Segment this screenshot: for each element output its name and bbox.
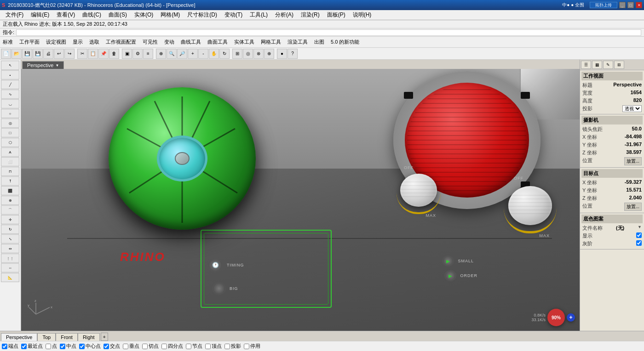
lt-extrude[interactable]: ⤒ (1, 176, 19, 186)
tb-label-rendertools[interactable]: 渲染工具 (286, 39, 310, 45)
lt-ellipse[interactable]: ◎ (1, 119, 19, 128)
menu-transform[interactable]: 变动(T) (221, 10, 246, 20)
tb-label-standard[interactable]: 标准 (1, 39, 15, 45)
sb-midpoint[interactable]: 中点 (60, 343, 76, 350)
bt-tab-perspective[interactable]: Perspective (1, 333, 37, 341)
tb-label-solidtools[interactable]: 实体工具 (232, 39, 256, 45)
tb-help-icon[interactable]: ? (288, 49, 298, 59)
lt-rect[interactable]: □ (1, 128, 19, 137)
timing-icon[interactable]: 🕐 (207, 258, 223, 272)
tb-select-all[interactable]: ▣ (122, 49, 132, 59)
menu-analyze[interactable]: 分析(A) (271, 10, 297, 20)
bt-tab-front[interactable]: Front (56, 333, 78, 341)
tb-label-transform[interactable]: 变动 (162, 39, 176, 45)
lt-fillet[interactable]: ⌒ (1, 205, 19, 215)
rp-tab-more[interactable]: ⊞ (614, 61, 624, 69)
tb-zoom-out[interactable]: - (198, 49, 208, 59)
sb-intersect[interactable]: 交点 (104, 343, 120, 350)
menu-mesh[interactable]: 网格(M) (157, 10, 184, 20)
bt-tab-add[interactable]: + (101, 333, 108, 341)
tb-osnap[interactable]: ⊗ (253, 49, 264, 59)
small-icon[interactable]: ▶ (442, 255, 454, 266)
tb-label-meshtools[interactable]: 网格工具 (259, 39, 283, 45)
bt-tab-top[interactable]: Top (37, 333, 56, 341)
tb-render-icon[interactable]: ● (277, 49, 287, 59)
tb-label-vpconfig[interactable]: 工作视面配置 (104, 39, 138, 45)
tb-label-workplane[interactable]: 工作平面 (17, 39, 41, 45)
lt-scale[interactable]: ⤡ (1, 234, 19, 243)
rp-bg-gray-check[interactable] (636, 240, 642, 246)
tb-zoom-win[interactable]: 🔎 (177, 49, 187, 59)
sb-quad[interactable]: 四分点 (161, 343, 183, 350)
tb-new[interactable]: 📄 (1, 49, 11, 59)
sb-point[interactable]: 点 (46, 343, 57, 350)
tb-paste[interactable]: 📌 (98, 49, 109, 59)
sb-nearest[interactable]: 最近点 (21, 343, 43, 350)
tb-zoom-ext[interactable]: ⊕ (156, 49, 166, 59)
menu-tools[interactable]: 工具(L) (246, 10, 271, 20)
tb-grid[interactable]: ⊞ (232, 49, 242, 59)
tb-snap[interactable]: ◎ (243, 49, 253, 59)
sb-disable[interactable]: 停用 (244, 343, 260, 350)
cmd-input[interactable] (16, 29, 641, 36)
tb-prop[interactable]: ⚙ (132, 49, 143, 59)
rp-tgt-pos-btn[interactable]: 放置... (624, 203, 642, 211)
lt-line[interactable]: ╱ (1, 80, 19, 89)
viewport-tab-perspective[interactable]: Perspective ▼ (22, 61, 64, 69)
tb-label-curvetools[interactable]: 曲线工具 (179, 39, 203, 45)
network-indicator[interactable]: 90% (547, 309, 565, 326)
order-icon[interactable]: ▶ (444, 270, 456, 281)
menu-file[interactable]: 文件(F) (2, 10, 27, 20)
rp-tab-properties[interactable]: ☰ (581, 61, 591, 69)
menu-solid[interactable]: 实体(O) (131, 10, 157, 20)
upload-btn[interactable]: 拓扑上传 (590, 2, 617, 8)
viewport-canvas[interactable]: RHINO OFF (21, 69, 580, 331)
big-icon[interactable] (212, 282, 226, 295)
tb-undo[interactable]: ↩ (54, 49, 64, 59)
lt-poly[interactable]: ⬡ (1, 138, 19, 147)
sb-perp[interactable]: 垂点 (123, 343, 139, 350)
tb-label-setview[interactable]: 设定视图 (44, 39, 68, 45)
bt-tab-right[interactable]: Right (78, 333, 100, 341)
lt-curve[interactable]: ∿ (1, 90, 19, 99)
tb-save2[interactable]: 💾 (33, 49, 43, 59)
rp-vp-proj-select[interactable]: 透视 平行 (622, 105, 642, 112)
lt-solid[interactable]: ⬛ (1, 186, 19, 195)
lt-rotate[interactable]: ↻ (1, 225, 19, 234)
sb-endpoint[interactable]: 端点 (2, 343, 18, 350)
rp-bg-display-check[interactable] (636, 232, 642, 238)
menu-render[interactable]: 渲染(R) (297, 10, 323, 20)
tb-gumball[interactable]: ⊕ (264, 49, 274, 59)
tb-rotate[interactable]: ↻ (219, 49, 230, 59)
lt-arc[interactable]: ◡ (1, 99, 19, 108)
sb-vertex[interactable]: 顶点 (205, 343, 222, 350)
tb-delete[interactable]: 🗑 (109, 49, 119, 59)
lt-array[interactable]: ⋮⋮ (1, 254, 19, 263)
lt-loft[interactable]: ⊓ (1, 167, 19, 176)
sb-center[interactable]: 中心点 (79, 343, 101, 350)
tb-redo[interactable]: ↪ (64, 49, 75, 59)
tb-zoom-sel[interactable]: 🔍 (167, 49, 177, 59)
lt-text[interactable]: A (1, 147, 19, 157)
lt-boolean[interactable]: ⊕ (1, 196, 19, 205)
tb-copy[interactable]: 📋 (88, 49, 98, 59)
lt-dim[interactable]: ↔ (1, 263, 19, 272)
lt-select[interactable]: ↖ (1, 61, 19, 70)
tb-label-select[interactable]: 选取 (87, 39, 101, 45)
network-plus-btn[interactable]: + (567, 313, 575, 322)
tb-label-new50[interactable]: 5.0 的新功能 (329, 39, 361, 45)
rp-tab-layers[interactable]: ▦ (592, 61, 602, 69)
menu-curve[interactable]: 曲线(C) (79, 10, 105, 20)
rp-bg-expand-btn[interactable]: ▼ (638, 225, 642, 232)
tb-save[interactable]: 💾 (22, 49, 32, 59)
minimize-btn[interactable]: _ (619, 2, 626, 8)
menu-edit[interactable]: 编辑(E) (27, 10, 53, 20)
lt-circle[interactable]: ○ (1, 109, 19, 118)
lt-mirror[interactable]: ⇔ (1, 244, 19, 253)
tb-pan[interactable]: ✋ (209, 49, 219, 59)
lt-analyze[interactable]: 📐 (1, 273, 19, 282)
menu-view[interactable]: 查看(V) (53, 10, 79, 20)
close-btn[interactable]: ✕ (636, 2, 642, 8)
tb-label-print[interactable]: 出图 (312, 39, 326, 45)
menu-panels[interactable]: 面板(P) (323, 10, 349, 20)
